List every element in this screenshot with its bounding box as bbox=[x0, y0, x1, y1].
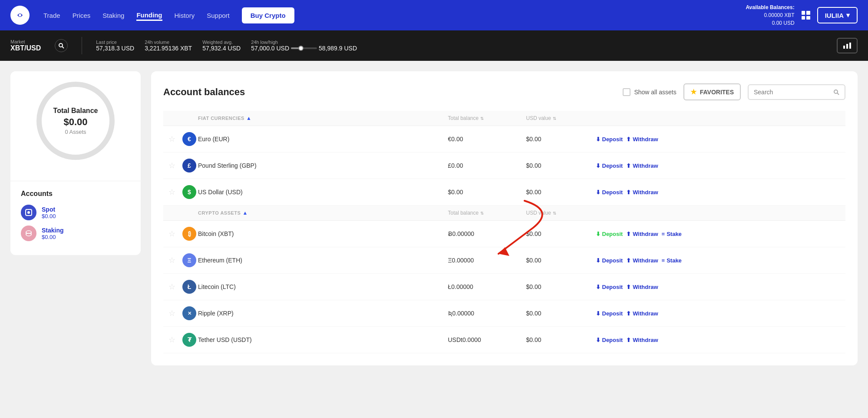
table-row: ☆ € Euro (EUR) €0.00 $0.00 ⬇ Deposit ⬆ W… bbox=[163, 126, 845, 153]
usd-balance: $0.00 bbox=[448, 189, 526, 196]
fiat-usd-value-col[interactable]: USD value ⇅ bbox=[526, 115, 596, 121]
usd-withdraw-button[interactable]: ⬆ Withdraw bbox=[626, 189, 658, 196]
euro-favorite-star[interactable]: ☆ bbox=[163, 134, 181, 144]
last-price-stat: Last price 57,318.3 USD bbox=[96, 40, 134, 52]
crypto-total-balance-col[interactable]: Total balance ⇅ bbox=[448, 210, 526, 216]
show-all-assets-toggle[interactable]: Show all assets bbox=[623, 88, 676, 96]
btc-deposit-button[interactable]: ⬇ Deposit bbox=[596, 231, 623, 237]
xrp-withdraw-button[interactable]: ⬆ Withdraw bbox=[626, 310, 658, 317]
nav-support[interactable]: Support bbox=[207, 10, 230, 21]
usdt-usd-value: $0.00 bbox=[526, 336, 596, 343]
chart-button[interactable] bbox=[837, 38, 858, 53]
xrp-favorite-star[interactable]: ☆ bbox=[163, 309, 181, 318]
fiat-section-header: FIAT CURRENCIES ▲ Total balance ⇅ USD va… bbox=[163, 111, 845, 126]
usd-deposit-button[interactable]: ⬇ Deposit bbox=[596, 189, 623, 196]
chevron-down-icon: ▾ bbox=[846, 11, 850, 19]
buy-crypto-button[interactable]: Buy Crypto bbox=[242, 7, 294, 23]
nav-links: Trade Prices Staking Funding History Sup… bbox=[43, 7, 732, 23]
favorites-button[interactable]: ★ FAVORITES bbox=[683, 83, 741, 100]
staking-account[interactable]: Staking $0.00 bbox=[21, 226, 130, 241]
usdt-deposit-button[interactable]: ⬇ Deposit bbox=[596, 337, 623, 343]
eth-stake-button[interactable]: ≡ Stake bbox=[662, 257, 682, 264]
nav-prices[interactable]: Prices bbox=[73, 10, 91, 21]
main-content: Total Balance $0.00 0 Assets Accounts S bbox=[0, 61, 868, 418]
euro-withdraw-button[interactable]: ⬆ Withdraw bbox=[626, 136, 658, 143]
volume-stat: 24h volume 3,221.95136 XBT bbox=[145, 40, 192, 52]
usd-name: US Dollar (USD) bbox=[198, 189, 448, 196]
euro-deposit-button[interactable]: ⬇ Deposit bbox=[596, 136, 623, 143]
usdt-icon-col: ₮ bbox=[181, 333, 198, 347]
spot-name: Spot bbox=[42, 206, 56, 213]
eth-usd-value: $0.00 bbox=[526, 257, 596, 264]
xrp-icon-col: ✕ bbox=[181, 306, 198, 320]
sort-up-icon: ▲ bbox=[242, 210, 248, 216]
sort-icon: ⇅ bbox=[480, 116, 484, 121]
table-row: ☆ $ US Dollar (USD) $0.00 $0.00 ⬇ Deposi… bbox=[163, 179, 845, 206]
logo-icon[interactable] bbox=[10, 6, 30, 25]
panel-header: Account balances Show all assets ★ FAVOR… bbox=[163, 83, 845, 100]
svg-point-8 bbox=[27, 211, 30, 214]
show-all-checkbox[interactable] bbox=[623, 88, 630, 96]
usd-usd-value: $0.00 bbox=[526, 189, 596, 196]
market-search-icon[interactable] bbox=[55, 39, 68, 52]
gbp-withdraw-button[interactable]: ⬆ Withdraw bbox=[626, 163, 658, 169]
balance-card: Total Balance $0.00 0 Assets Accounts S bbox=[10, 71, 141, 255]
ltc-name: Litecoin (LTC) bbox=[198, 283, 448, 290]
spot-account-info: Spot $0.00 bbox=[42, 206, 56, 219]
ltc-withdraw-button[interactable]: ⬆ Withdraw bbox=[626, 284, 658, 290]
search-box[interactable] bbox=[748, 84, 845, 100]
user-menu-button[interactable]: IULIIA ▾ bbox=[817, 7, 858, 23]
nav-funding[interactable]: Funding bbox=[136, 10, 162, 21]
btc-favorite-star[interactable]: ☆ bbox=[163, 229, 181, 239]
assets-count: 0 Assets bbox=[65, 129, 86, 135]
deposit-icon: ⬇ bbox=[596, 163, 601, 169]
divider bbox=[82, 37, 82, 54]
usd-favorite-star[interactable]: ☆ bbox=[163, 187, 181, 197]
table-row: ☆ ₿ Bitcoin (XBT) Ƀ0.00000 $0.00 ⬇ Depos… bbox=[163, 221, 845, 247]
lowhigh-stat: 24h low/high 57,000.0 USD 58,989.9 USD bbox=[251, 40, 357, 52]
ltc-icon: Ł bbox=[182, 280, 196, 294]
svg-line-3 bbox=[62, 46, 64, 48]
xrp-deposit-button[interactable]: ⬇ Deposit bbox=[596, 310, 623, 317]
btc-withdraw-button[interactable]: ⬆ Withdraw bbox=[626, 231, 658, 237]
fiat-total-balance-col[interactable]: Total balance ⇅ bbox=[448, 115, 526, 121]
gbp-favorite-star[interactable]: ☆ bbox=[163, 161, 181, 170]
btc-stake-button[interactable]: ≡ Stake bbox=[662, 231, 682, 237]
eth-deposit-button[interactable]: ⬇ Deposit bbox=[596, 257, 623, 264]
xrp-balance: Ʀ0.00000 bbox=[448, 310, 526, 317]
gbp-deposit-button[interactable]: ⬇ Deposit bbox=[596, 163, 623, 169]
weighted-avg-stat: Weighted avg. 57,932.4 USD bbox=[202, 40, 241, 52]
grid-apps-icon[interactable] bbox=[802, 11, 810, 20]
crypto-usd-value-col[interactable]: USD value ⇅ bbox=[526, 210, 596, 216]
withdraw-icon: ⬆ bbox=[626, 337, 631, 343]
nav-trade[interactable]: Trade bbox=[43, 10, 60, 21]
ltc-favorite-star[interactable]: ☆ bbox=[163, 282, 181, 292]
panel-title: Account balances bbox=[163, 86, 616, 98]
btc-icon: ₿ bbox=[182, 227, 196, 241]
gbp-name: Pound Sterling (GBP) bbox=[198, 162, 448, 169]
spot-account[interactable]: Spot $0.00 bbox=[21, 205, 130, 220]
crypto-section-header: CRYPTO ASSETS ▲ Total balance ⇅ USD valu… bbox=[163, 206, 845, 221]
table-row: ☆ £ Pound Sterling (GBP) £0.00 $0.00 ⬇ D… bbox=[163, 153, 845, 179]
ltc-deposit-button[interactable]: ⬇ Deposit bbox=[596, 284, 623, 290]
gbp-balance: £0.00 bbox=[448, 162, 526, 169]
usdt-favorite-star[interactable]: ☆ bbox=[163, 335, 181, 345]
search-input[interactable] bbox=[754, 89, 830, 96]
fiat-section-label: FIAT CURRENCIES ▲ bbox=[198, 115, 448, 121]
gbp-usd-value: $0.00 bbox=[526, 162, 596, 169]
eth-actions: ⬇ Deposit ⬆ Withdraw ≡ Stake bbox=[596, 257, 846, 264]
nav-history[interactable]: History bbox=[175, 10, 195, 21]
eur-icon: € bbox=[182, 132, 196, 146]
svg-point-1 bbox=[19, 14, 21, 17]
sort-up-icon: ▲ bbox=[246, 115, 251, 121]
eth-favorite-star[interactable]: ☆ bbox=[163, 255, 181, 265]
deposit-icon: ⬇ bbox=[596, 257, 601, 264]
right-panel-wrapper: Account balances Show all assets ★ FAVOR… bbox=[151, 71, 858, 408]
eth-withdraw-button[interactable]: ⬆ Withdraw bbox=[626, 257, 658, 264]
nav-staking[interactable]: Staking bbox=[102, 10, 124, 21]
usdt-withdraw-button[interactable]: ⬆ Withdraw bbox=[626, 337, 658, 343]
search-icon bbox=[833, 89, 839, 95]
usd-icon-col: $ bbox=[181, 185, 198, 199]
available-balances: Available Balances: 0.00000 XBT 0.00 USD bbox=[746, 3, 794, 27]
table-row: ☆ Ξ Ethereum (ETH) Ξ0.00000 $0.00 ⬇ Depo… bbox=[163, 247, 845, 274]
